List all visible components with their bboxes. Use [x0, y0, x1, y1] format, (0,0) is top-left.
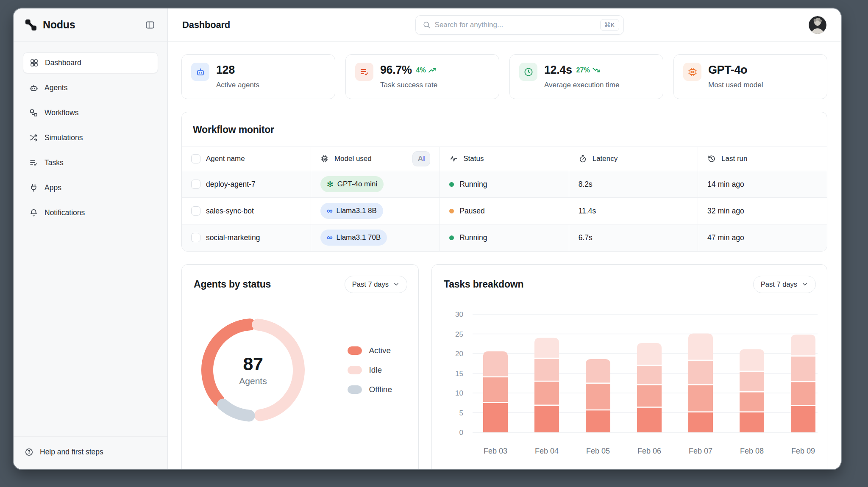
latency-value: 8.2s [579, 180, 593, 188]
search-zone: ⌘K [230, 15, 809, 35]
card-title: Agents by status [194, 279, 271, 290]
page-title: Dashboard [182, 19, 230, 30]
search-input[interactable] [435, 21, 596, 29]
row-checkbox[interactable] [191, 233, 200, 242]
tasks-breakdown-card: Tasks breakdown Past 7 days 302520151050… [431, 264, 827, 470]
latency-value: 11.4s [579, 207, 596, 215]
donut-chart: 87 Agents [200, 317, 306, 423]
legend-label: Active [369, 346, 391, 355]
legend-item-offline: Offline [348, 385, 392, 394]
panel-title: Workflow monitor [182, 112, 827, 147]
status-dot [449, 182, 454, 187]
row-checkbox[interactable] [191, 206, 200, 216]
stat-value: 12.4s [544, 64, 572, 77]
brand: Nodus [25, 19, 75, 31]
trend-value: 4% [416, 66, 426, 74]
bell-icon [29, 208, 38, 217]
avatar[interactable] [809, 16, 826, 34]
panel-collapse-icon[interactable] [143, 18, 157, 32]
nodus-logo-icon [25, 19, 37, 31]
svg-text:0: 0 [459, 429, 463, 437]
bar-chart: 302520151050Feb 03Feb 04Feb 05Feb 06Feb … [432, 302, 827, 470]
legend-swatch [348, 346, 362, 355]
svg-text:30: 30 [455, 310, 463, 318]
sidebar-item-simulations[interactable]: Simulations [23, 127, 158, 148]
status-label: Running [459, 233, 487, 242]
stat-label: Most used model [708, 81, 763, 89]
workflow-table: Agent name Model used AI Status Latency … [182, 147, 827, 251]
table-row[interactable]: sales-sync-bot ∞Llama3.1 8B Paused 11.4s… [182, 198, 827, 224]
status-dot [449, 209, 454, 213]
list-check-icon [29, 158, 38, 167]
agent-name: social-marketing [206, 233, 260, 242]
stat-label: Active agents [216, 81, 259, 89]
sidebar-item-label: Simulations [45, 133, 83, 142]
donut-legend: Active Idle Offline [348, 346, 392, 394]
help-link-label: Help and first steps [40, 448, 103, 457]
grid-icon [30, 58, 39, 67]
model-badge: ∞Llama3.1 8B [320, 203, 383, 219]
sidebar-item-agents[interactable]: Agents [23, 77, 158, 98]
last-run-value: 47 min ago [707, 233, 744, 242]
sidebar-item-workflows[interactable]: Workflows [23, 102, 158, 123]
sidebar-nav: Dashboard Agents Workflows Simulations T… [14, 42, 167, 436]
svg-text:15: 15 [455, 369, 463, 377]
range-dropdown[interactable]: Past 7 days [345, 276, 407, 293]
table-header-row: Agent name Model used AI Status Latency … [182, 147, 827, 171]
stat-card-success-rate: 96.7% 4% Task success rate [345, 54, 499, 99]
sidebar-item-tasks[interactable]: Tasks [23, 152, 158, 173]
sidebar-item-apps[interactable]: Apps [23, 177, 158, 198]
activity-icon [449, 155, 458, 163]
latency-value: 6.7s [579, 233, 593, 242]
status-label: Running [459, 180, 487, 189]
svg-text:25: 25 [455, 330, 463, 338]
trend-up: 4% [416, 66, 436, 74]
column-label: Model used [334, 155, 372, 163]
timer-icon [579, 155, 587, 163]
svg-text:Feb 05: Feb 05 [586, 447, 610, 455]
range-label: Past 7 days [352, 280, 389, 288]
trend-value: 27% [576, 66, 590, 74]
svg-text:Feb 06: Feb 06 [637, 447, 661, 455]
clock-icon [519, 63, 537, 81]
legend-swatch [348, 366, 362, 374]
stat-card-execution-time: 12.4s 27% Average execution time [509, 54, 663, 99]
chevron-down-icon [801, 281, 808, 288]
sidebar-item-notifications[interactable]: Notifications [23, 202, 158, 223]
help-link[interactable]: Help and first steps [25, 448, 157, 457]
table-row[interactable]: social-marketing ∞Llama3.1 70B Running 6… [182, 224, 827, 251]
donut-center-label: Agents [239, 376, 267, 386]
svg-text:Feb 09: Feb 09 [791, 447, 815, 455]
donut-zone: 87 Agents Active Idle Offline [182, 302, 418, 423]
range-label: Past 7 days [761, 280, 797, 288]
svg-text:5: 5 [459, 409, 463, 417]
row-checkbox[interactable] [191, 180, 200, 189]
shuffle-icon [29, 133, 38, 142]
sidebar-item-label: Workflows [45, 108, 78, 117]
meta-logo-icon: ∞ [327, 233, 333, 242]
search-box[interactable]: ⌘K [415, 15, 624, 35]
model-badge: ∞Llama3.1 70B [320, 230, 387, 246]
search-icon [423, 21, 431, 29]
select-all-checkbox[interactable] [191, 154, 200, 163]
model-name: GPT-4o mini [337, 180, 377, 188]
range-dropdown[interactable]: Past 7 days [753, 276, 816, 293]
legend-label: Offline [369, 385, 392, 394]
donut-center-value: 87 [243, 354, 263, 374]
chevron-down-icon [393, 281, 400, 288]
ai-badge: AI [412, 151, 430, 166]
trending-down-icon [592, 66, 600, 74]
sidebar-item-label: Apps [45, 183, 61, 192]
stat-label: Task success rate [380, 81, 437, 89]
table-row[interactable]: deploy-agent-7 ✻GPT-4o mini Running 8.2s… [182, 171, 827, 198]
sidebar-item-dashboard[interactable]: Dashboard [23, 53, 158, 73]
openai-logo-icon: ✻ [327, 180, 334, 189]
list-check-icon [355, 63, 373, 81]
workflow-monitor-panel: Workflow monitor Agent name Model used A… [181, 112, 827, 252]
trend-down: 27% [576, 66, 600, 74]
main-content: 128 Active agents 96.7% 4% Task success … [168, 42, 841, 469]
model-name: Llama3.1 8B [336, 207, 376, 215]
column-label: Agent name [206, 155, 245, 163]
agent-name: deploy-agent-7 [206, 180, 256, 189]
search-shortcut-badge: ⌘K [600, 19, 619, 31]
